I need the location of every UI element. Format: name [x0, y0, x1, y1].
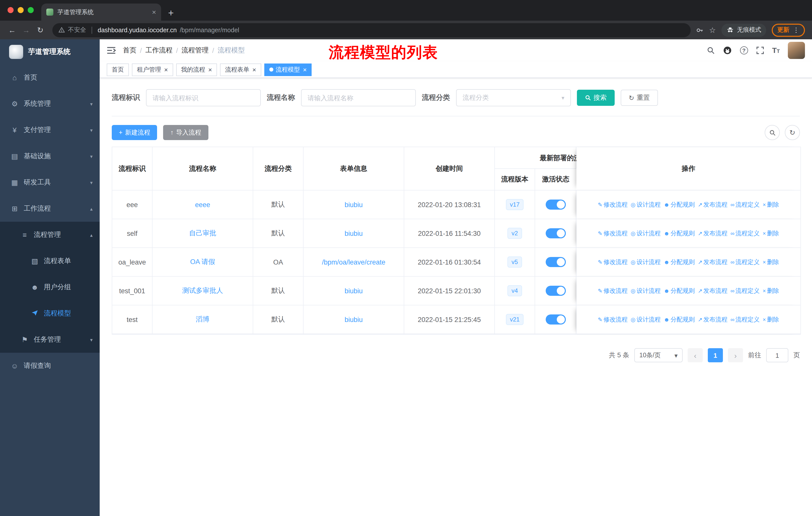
- tag-home[interactable]: 首页: [107, 63, 129, 76]
- sidebar-item-system-management[interactable]: ⚙ 系统管理 ▾: [0, 91, 100, 117]
- breadcrumb-workflow[interactable]: 工作流程: [145, 46, 173, 55]
- font-size-icon[interactable]: TT: [772, 46, 780, 55]
- sidebar-item-home[interactable]: ⌂ 首页: [0, 64, 100, 91]
- process-definition-link[interactable]: ∞流程定义: [730, 201, 760, 208]
- breadcrumb-process-management[interactable]: 流程管理: [181, 46, 209, 55]
- process-name-link[interactable]: OA 请假: [190, 258, 215, 266]
- sidebar-item-task-management[interactable]: ⚑ 任务管理 ▾: [0, 327, 100, 353]
- process-definition-link[interactable]: ∞流程定义: [730, 258, 760, 265]
- sidebar-item-process-form[interactable]: ▧ 流程表单: [0, 248, 100, 274]
- design-process-link[interactable]: ◎设计流程: [631, 201, 661, 208]
- fullscreen-icon[interactable]: [756, 46, 764, 54]
- active-toggle[interactable]: [546, 315, 566, 325]
- process-definition-link[interactable]: ∞流程定义: [730, 229, 760, 237]
- browser-menu-icon[interactable]: ⋮: [793, 26, 800, 34]
- publish-process-link[interactable]: ↗发布流程: [698, 287, 727, 294]
- modify-process-link[interactable]: ✎修改流程: [598, 229, 628, 237]
- process-name-link[interactable]: eeee: [195, 201, 210, 208]
- modify-process-link[interactable]: ✎修改流程: [598, 316, 628, 323]
- process-name-link[interactable]: 测试多审批人: [182, 287, 223, 294]
- github-icon[interactable]: [723, 46, 732, 55]
- app-logo-row[interactable]: 芋道管理系统: [0, 39, 100, 64]
- process-definition-link[interactable]: ∞流程定义: [730, 287, 760, 294]
- browser-tab[interactable]: 芋道管理系统 ×: [41, 3, 161, 21]
- modify-process-link[interactable]: ✎修改流程: [598, 201, 628, 208]
- active-toggle[interactable]: [546, 199, 566, 210]
- process-name-link[interactable]: 自己审批: [189, 229, 216, 237]
- tag-tenant-management[interactable]: 租户管理 ×: [132, 63, 173, 76]
- sidebar-fold-icon[interactable]: [107, 46, 116, 54]
- publish-process-link[interactable]: ↗发布流程: [698, 229, 727, 237]
- sidebar-item-infrastructure[interactable]: ▤ 基础设施 ▾: [0, 143, 100, 169]
- modify-process-link[interactable]: ✎修改流程: [598, 258, 628, 265]
- address-bar[interactable]: 不安全 dashboard.yudao.iocoder.cn /bpm/mana…: [52, 23, 690, 37]
- search-button[interactable]: 搜索: [577, 90, 615, 106]
- close-icon[interactable]: ×: [303, 66, 307, 73]
- page-number-button[interactable]: 1: [708, 348, 723, 362]
- tab-close-icon[interactable]: ×: [152, 8, 156, 16]
- bookmark-star-icon[interactable]: ☆: [709, 25, 716, 34]
- assign-rule-link[interactable]: ☻分配规则: [664, 316, 695, 323]
- toggle-search-button[interactable]: [765, 125, 780, 140]
- delete-link[interactable]: ×删除: [763, 229, 779, 237]
- design-process-link[interactable]: ◎设计流程: [631, 258, 661, 265]
- user-avatar[interactable]: [788, 42, 805, 59]
- assign-rule-link[interactable]: ☻分配规则: [664, 229, 695, 237]
- close-window-button[interactable]: [7, 7, 13, 13]
- new-tab-button[interactable]: +: [168, 8, 174, 18]
- active-toggle[interactable]: [546, 228, 566, 238]
- design-process-link[interactable]: ◎设计流程: [631, 316, 661, 323]
- sidebar-item-process-management[interactable]: ≡ 流程管理 ▴: [0, 222, 100, 248]
- sidebar-item-process-model[interactable]: 流程模型: [0, 300, 100, 327]
- form-info-link[interactable]: biubiu: [345, 287, 363, 295]
- assign-rule-link[interactable]: ☻分配规则: [664, 287, 695, 294]
- browser-update-button[interactable]: 更新 ⋮: [772, 23, 805, 36]
- back-icon[interactable]: ←: [5, 26, 19, 34]
- refresh-table-button[interactable]: ↻: [785, 125, 800, 140]
- sidebar-item-leave-query[interactable]: ☺ 请假查询: [0, 353, 100, 379]
- close-icon[interactable]: ×: [208, 66, 212, 73]
- active-toggle[interactable]: [546, 286, 566, 296]
- process-category-select[interactable]: 流程分类 ▾: [456, 89, 571, 106]
- process-name-link[interactable]: 滔博: [196, 316, 209, 323]
- form-info-link[interactable]: biubiu: [345, 229, 363, 237]
- sidebar-item-user-group[interactable]: ☻ 用户分组: [0, 274, 100, 300]
- maximize-window-button[interactable]: [28, 7, 34, 13]
- delete-link[interactable]: ×删除: [763, 287, 779, 294]
- import-process-button[interactable]: ↑ 导入流程: [163, 125, 208, 140]
- version-tag[interactable]: v21: [506, 314, 524, 325]
- sidebar-item-payment-management[interactable]: ¥ 支付管理 ▾: [0, 117, 100, 143]
- process-name-input[interactable]: [301, 89, 416, 106]
- breadcrumb-home[interactable]: 首页: [123, 46, 137, 55]
- process-definition-link[interactable]: ∞流程定义: [730, 316, 760, 323]
- forward-icon[interactable]: →: [19, 26, 33, 34]
- tag-process-model[interactable]: 流程模型 ×: [264, 63, 312, 76]
- search-icon[interactable]: [706, 46, 715, 54]
- tag-process-form[interactable]: 流程表单 ×: [220, 63, 261, 76]
- page-size-select[interactable]: 10条/页 ▾: [634, 348, 683, 362]
- sidebar-item-workflow[interactable]: ⊞ 工作流程 ▴: [0, 195, 100, 222]
- form-info-link[interactable]: /bpm/oa/leave/create: [322, 258, 385, 266]
- assign-rule-link[interactable]: ☻分配规则: [664, 201, 695, 208]
- version-tag[interactable]: v5: [508, 256, 522, 268]
- delete-link[interactable]: ×删除: [763, 258, 779, 265]
- close-icon[interactable]: ×: [252, 66, 256, 73]
- minimize-window-button[interactable]: [18, 7, 24, 13]
- version-tag[interactable]: v2: [508, 228, 522, 239]
- close-icon[interactable]: ×: [164, 66, 168, 73]
- publish-process-link[interactable]: ↗发布流程: [698, 201, 727, 208]
- delete-link[interactable]: ×删除: [763, 316, 779, 323]
- publish-process-link[interactable]: ↗发布流程: [698, 258, 727, 265]
- design-process-link[interactable]: ◎设计流程: [631, 229, 661, 237]
- delete-link[interactable]: ×删除: [763, 201, 779, 208]
- modify-process-link[interactable]: ✎修改流程: [598, 287, 628, 294]
- goto-page-input[interactable]: [766, 348, 788, 362]
- form-info-link[interactable]: biubiu: [345, 201, 363, 208]
- version-tag[interactable]: v4: [508, 285, 522, 296]
- prev-page-button[interactable]: ‹: [688, 348, 703, 362]
- reset-button[interactable]: ↻ 重置: [621, 90, 658, 106]
- tag-my-process[interactable]: 我的流程 ×: [176, 63, 217, 76]
- key-icon[interactable]: [695, 26, 703, 34]
- version-tag[interactable]: v17: [506, 199, 524, 210]
- active-toggle[interactable]: [546, 257, 566, 267]
